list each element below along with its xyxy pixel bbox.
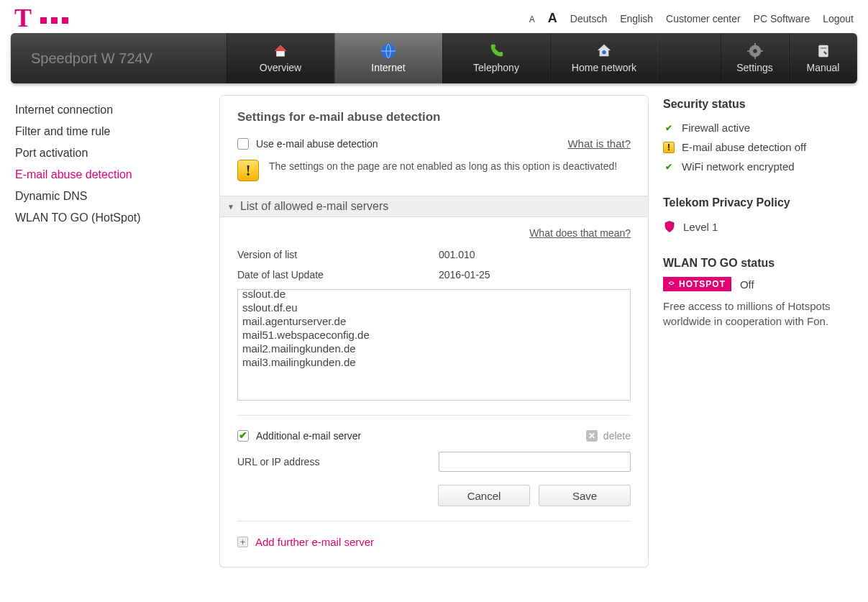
nav-settings[interactable]: Settings: [721, 33, 789, 83]
gear-icon: [745, 43, 765, 59]
list-item: mail2.mailingkunden.de: [242, 342, 626, 355]
sidebar-item-internet-connection[interactable]: Internet connection: [15, 99, 205, 121]
delete-label: delete: [603, 430, 631, 442]
sidebar-item-dynamic-dns[interactable]: Dynamic DNS: [15, 186, 205, 207]
save-button[interactable]: Save: [539, 485, 631, 506]
additional-server-checkbox[interactable]: [237, 430, 249, 442]
nav-telephony[interactable]: Telephony: [442, 33, 550, 83]
logo-dots-icon: [40, 17, 68, 24]
url-ip-input[interactable]: [439, 452, 631, 472]
svg-rect-2: [277, 51, 285, 56]
list-item: sslout.de: [242, 289, 626, 301]
cancel-button[interactable]: Cancel: [438, 485, 530, 506]
lang-en-link[interactable]: English: [620, 13, 653, 24]
logout-link[interactable]: Logout: [823, 13, 854, 24]
email-abuse-status: E-mail abuse detection off: [682, 141, 806, 153]
security-status-block: Security status ✔ Firewall active ! E-ma…: [663, 98, 857, 176]
svg-rect-9: [754, 56, 756, 59]
sidebar-item-email-abuse[interactable]: E-mail abuse detection: [15, 164, 205, 186]
sidebar-item-wlan-to-go[interactable]: WLAN TO GO (HotSpot): [15, 207, 205, 229]
nav-manual-label: Manual: [807, 62, 840, 73]
hotspot-state: Off: [740, 278, 754, 291]
font-size-large[interactable]: A: [548, 11, 557, 26]
lang-de-link[interactable]: Deutsch: [570, 13, 607, 24]
globe-icon: [378, 43, 398, 59]
use-abuse-detection-checkbox[interactable]: [237, 138, 249, 150]
section-header-label: List of allowed e-mail servers: [240, 200, 388, 213]
content-panel: Settings for e-mail abuse detection Use …: [219, 95, 649, 567]
wlan-to-go-block: WLAN TO GO status ⌔ HOTSPOT Off Free acc…: [663, 257, 857, 329]
what-is-that-link[interactable]: What is that?: [567, 137, 631, 150]
list-item: mail51.webspaceconfig.de: [242, 328, 626, 342]
divider: [237, 415, 631, 416]
telekom-logo: T: [14, 3, 68, 33]
svg-marker-1: [275, 45, 287, 51]
firewall-status: Firewall active: [682, 122, 750, 134]
warning-icon: !: [237, 160, 259, 181]
hotspot-description: Free access to millions of Hotspots worl…: [663, 298, 857, 329]
svg-rect-12: [818, 45, 828, 58]
nav-home-network[interactable]: Home network: [550, 33, 658, 83]
customer-center-link[interactable]: Customer center: [666, 13, 740, 24]
wlan-to-go-title: WLAN TO GO status: [663, 257, 857, 270]
svg-rect-10: [747, 50, 750, 52]
page-body: Internet connection Filter and time rule…: [0, 83, 868, 589]
page-title: Settings for e-mail abuse detection: [237, 110, 631, 124]
plus-icon: +: [237, 537, 248, 547]
warning-icon: !: [663, 142, 675, 153]
what-does-that-mean-link[interactable]: What does that mean?: [529, 227, 631, 239]
allowed-server-list[interactable]: mail.kruton.de sslout.de sslout.df.eu ma…: [237, 289, 631, 401]
divider: [237, 521, 631, 521]
nav-spacer: [658, 33, 721, 83]
nav-internet[interactable]: Internet: [334, 33, 442, 83]
check-icon: ✔: [663, 161, 675, 173]
privacy-level: Level 1: [683, 221, 718, 233]
hotspot-badge-label: HOTSPOT: [679, 279, 726, 289]
warning-text: The settings on the page are not enabled…: [269, 160, 617, 173]
nav-manual[interactable]: Manual: [789, 33, 857, 83]
svg-point-7: [753, 49, 757, 53]
collapse-triangle-icon: ▼: [227, 203, 234, 211]
version-label: Version of list: [237, 249, 439, 260]
shield-icon: [663, 220, 676, 233]
nav-telephony-label: Telephony: [473, 62, 519, 73]
pc-software-link[interactable]: PC Software: [754, 13, 810, 24]
nav-settings-label: Settings: [736, 62, 773, 73]
security-status-title: Security status: [663, 98, 857, 111]
url-ip-label: URL or IP address: [237, 456, 439, 468]
nav-overview-label: Overview: [260, 62, 301, 73]
manual-icon: [813, 43, 833, 59]
svg-rect-13: [820, 47, 826, 49]
home-icon: [270, 43, 291, 59]
top-bar: T A A Deutsch English Customer center PC…: [0, 0, 868, 33]
phone-icon: [486, 43, 506, 59]
hotspot-badge: ⌔ HOTSPOT: [663, 277, 731, 291]
svg-rect-8: [754, 43, 756, 46]
sidebar-item-port-activation[interactable]: Port activation: [15, 142, 205, 164]
list-item: mail.agenturserver.de: [242, 314, 626, 328]
top-links: A A Deutsch English Customer center PC S…: [529, 11, 854, 26]
sidebar-item-filter-time-rule[interactable]: Filter and time rule: [15, 121, 205, 142]
section-header-allowed-servers[interactable]: ▼ List of allowed e-mail servers: [219, 196, 649, 217]
sidebar: Internet connection Filter and time rule…: [11, 95, 205, 229]
device-name: Speedport W 724V: [11, 33, 227, 83]
home-network-icon: [594, 43, 614, 59]
nav-overview[interactable]: Overview: [227, 33, 334, 83]
check-icon: ✔: [663, 122, 675, 134]
svg-point-5: [602, 50, 606, 55]
wifi-encrypted-status: WiFi network encrypted: [682, 160, 795, 173]
list-item: mail3.mailingkunden.de: [242, 355, 626, 369]
version-value: 001.010: [439, 249, 475, 260]
main-nav: Speedport W 724V Overview Internet Telep…: [11, 33, 857, 83]
font-size-small[interactable]: A: [529, 14, 535, 24]
use-abuse-detection-label: Use e-mail abuse detection: [256, 138, 378, 150]
date-label: Date of last Update: [237, 269, 439, 281]
wifi-icon: ⌔: [669, 279, 675, 289]
add-further-server-link[interactable]: + Add further e-mail server: [237, 536, 631, 548]
delete-button[interactable]: ✕ delete: [586, 430, 631, 442]
right-column: Security status ✔ Firewall active ! E-ma…: [663, 95, 857, 349]
privacy-policy-block: Telekom Privacy Policy Level 1: [663, 196, 857, 237]
privacy-policy-title: Telekom Privacy Policy: [663, 196, 857, 209]
additional-server-label: Additional e-mail server: [256, 430, 361, 442]
logo-t-icon: T: [14, 3, 32, 33]
